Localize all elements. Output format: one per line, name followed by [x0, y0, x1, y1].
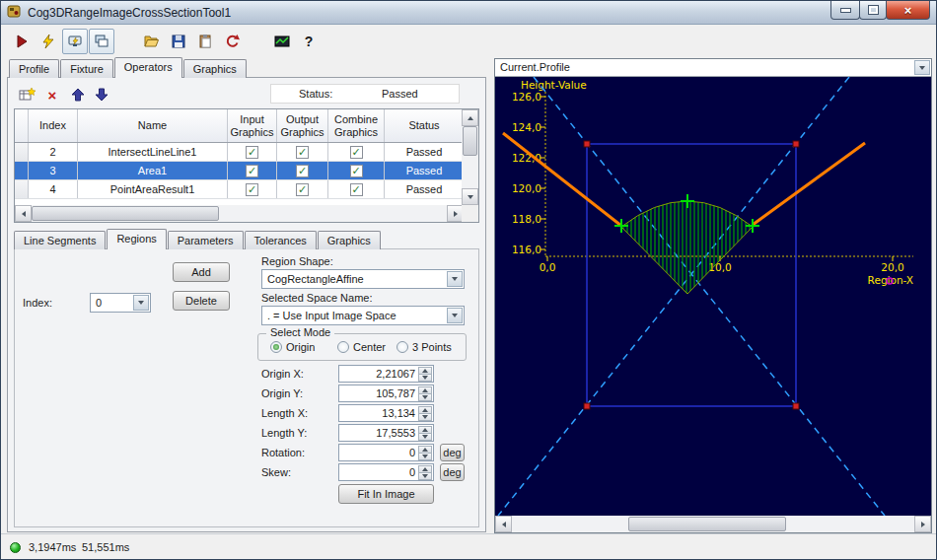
vscroll-thumb[interactable] — [463, 126, 477, 156]
input-graphics-checkbox[interactable]: ✓ — [246, 146, 258, 159]
tab-graphics-sub[interactable]: Graphics — [318, 231, 381, 249]
output-graphics-checkbox[interactable]: ✓ — [296, 165, 309, 177]
help-button[interactable]: ? — [296, 29, 322, 54]
electric-run-button[interactable] — [36, 29, 61, 54]
origin-x-field[interactable]: 2,21067 — [338, 365, 434, 383]
scroll-right-button[interactable] — [914, 516, 931, 532]
region-corner-handle[interactable] — [793, 141, 799, 147]
delete-x-icon: × — [48, 88, 57, 103]
row-header — [15, 143, 29, 161]
hscroll-thumb[interactable] — [32, 206, 219, 221]
cell-name: Area1 — [78, 162, 228, 179]
length-x-field[interactable]: 13,134 — [338, 404, 434, 422]
dropdown-button[interactable] — [133, 295, 149, 311]
input-graphics-checkbox[interactable]: ✓ — [246, 183, 258, 196]
radio-icon — [270, 341, 282, 353]
table-hscrollbar[interactable] — [15, 205, 464, 222]
col-combine-graphics[interactable]: Combine Graphics — [328, 109, 385, 142]
show-control-toggle[interactable] — [62, 29, 88, 54]
tab-operators[interactable]: Operators — [114, 57, 182, 78]
dropdown-button[interactable] — [914, 60, 930, 75]
spinner[interactable] — [418, 465, 432, 479]
execution-time: 3,1947ms — [29, 541, 76, 553]
combine-graphics-checkbox[interactable]: ✓ — [350, 165, 363, 177]
region-index-select[interactable]: 0 — [90, 293, 151, 313]
input-graphics-checkbox[interactable]: ✓ — [246, 165, 258, 177]
combine-graphics-checkbox[interactable]: ✓ — [350, 183, 363, 196]
plot-hscroll-thumb[interactable] — [628, 517, 786, 531]
col-index[interactable]: Index — [29, 109, 78, 142]
minimize-button[interactable] — [830, 1, 860, 20]
spinner[interactable] — [418, 426, 432, 440]
col-status[interactable]: Status — [385, 109, 464, 142]
col-input-graphics[interactable]: Input Graphics — [228, 109, 277, 142]
rotation-deg-button[interactable]: deg — [440, 444, 465, 461]
dropdown-button[interactable] — [447, 308, 463, 323]
mode-origin-option[interactable]: Origin — [270, 341, 315, 353]
table-row[interactable]: 4 PointAreaResult1 ✓ ✓ ✓ Passed — [15, 180, 464, 199]
table-row-selected[interactable]: 3 Area1 ✓ ✓ ✓ Passed — [15, 162, 464, 180]
add-operator-button[interactable] — [16, 84, 37, 105]
move-up-button[interactable] — [67, 84, 89, 105]
mode-center-option[interactable]: Center — [337, 341, 386, 353]
region-corner-handle[interactable] — [793, 403, 799, 409]
run-button[interactable] — [9, 29, 35, 54]
close-button[interactable]: × — [886, 1, 930, 20]
length-y-field[interactable]: 17,5553 — [338, 424, 434, 442]
col-name[interactable]: Name — [78, 109, 228, 142]
profile-plot[interactable]: Height-Value 126,0 124,0 122,0 120,0 118… — [495, 77, 931, 516]
index-label: Index: — [23, 297, 52, 309]
spinner[interactable] — [418, 446, 432, 459]
reset-button[interactable] — [219, 29, 245, 54]
spinner[interactable] — [418, 406, 432, 420]
plot-hscrollbar[interactable] — [495, 516, 931, 532]
titlebar[interactable]: Cog3DRangeImageCrossSectionTool1 × — [1, 1, 936, 25]
tab-graphics[interactable]: Graphics — [183, 59, 247, 78]
scroll-left-button[interactable] — [15, 205, 32, 222]
scroll-left-button[interactable] — [495, 516, 512, 532]
cell-index: 3 — [29, 162, 78, 179]
move-down-button[interactable] — [91, 84, 112, 105]
output-graphics-checkbox[interactable]: ✓ — [296, 146, 309, 159]
rotation-row: Rotation: 0 deg — [261, 444, 465, 463]
skew-field[interactable]: 0 — [338, 463, 434, 481]
maximize-button[interactable] — [859, 1, 887, 20]
profile-scope-button[interactable] — [269, 29, 295, 54]
delete-button[interactable]: Delete — [173, 291, 230, 311]
chevron-down-icon — [452, 277, 458, 281]
triangle-down-icon — [468, 195, 473, 199]
paste-button[interactable] — [192, 29, 218, 54]
skew-deg-button[interactable]: deg — [440, 463, 465, 481]
spinner[interactable] — [418, 367, 432, 381]
profile-selector[interactable]: Current.Profile — [495, 59, 931, 77]
float-window-toggle[interactable] — [89, 29, 114, 54]
tab-parameters[interactable]: Parameters — [168, 231, 244, 249]
table-vscrollbar[interactable] — [462, 109, 478, 205]
delete-operator-button[interactable]: × — [41, 84, 63, 105]
space-name-select[interactable]: . = Use Input Image Space — [261, 306, 465, 325]
save-button[interactable] — [166, 29, 191, 54]
tab-line-segments[interactable]: Line Segments — [14, 231, 106, 249]
output-graphics-checkbox[interactable]: ✓ — [296, 183, 309, 196]
region-shape-select[interactable]: CogRectangleAffine — [261, 269, 465, 289]
origin-y-field[interactable]: 105,787 — [338, 385, 434, 402]
origin-x-row: Origin X: 2,21067 — [261, 365, 465, 385]
open-button[interactable] — [139, 29, 165, 54]
mode-3points-option[interactable]: 3 Points — [396, 341, 452, 353]
fit-in-image-button[interactable]: Fit In Image — [338, 484, 434, 504]
table-row[interactable]: 2 IntersectLineLine1 ✓ ✓ ✓ Passed — [15, 143, 464, 162]
scroll-up-button[interactable] — [462, 109, 478, 126]
scroll-down-button[interactable] — [462, 188, 478, 205]
tab-profile[interactable]: Profile — [9, 59, 59, 78]
combine-graphics-checkbox[interactable]: ✓ — [350, 146, 363, 159]
col-output-graphics[interactable]: Output Graphics — [277, 109, 328, 142]
tab-regions[interactable]: Regions — [107, 229, 166, 249]
dropdown-button[interactable] — [447, 271, 463, 287]
tab-fixture[interactable]: Fixture — [60, 59, 113, 78]
add-button[interactable]: Add — [173, 262, 230, 282]
region-corner-handle[interactable] — [584, 141, 590, 147]
region-corner-handle[interactable] — [584, 403, 590, 409]
rotation-field[interactable]: 0 — [338, 444, 434, 461]
spinner[interactable] — [418, 386, 432, 400]
tab-tolerances[interactable]: Tolerances — [245, 231, 317, 249]
